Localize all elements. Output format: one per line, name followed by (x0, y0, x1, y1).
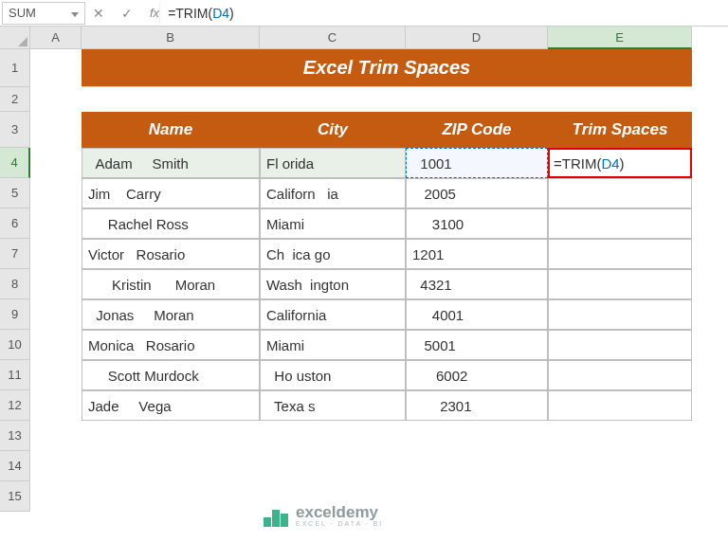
row-header-12[interactable]: 12 (0, 390, 30, 421)
cell-city-6[interactable]: Miami (260, 330, 406, 360)
column-header-E[interactable]: E (548, 27, 692, 49)
chart-icon (264, 504, 288, 527)
row-header-11[interactable]: 11 (0, 360, 30, 390)
row-header-13[interactable]: 13 (0, 421, 30, 451)
cell-name-4[interactable]: Kristin Moran (82, 269, 260, 299)
row-headers: 123456789101112131415 (0, 49, 30, 512)
cell-city-0[interactable]: Fl orida (260, 148, 406, 178)
cell-name-8[interactable]: Jade Vega (82, 390, 260, 421)
header-city[interactable]: City (260, 112, 406, 148)
select-all-corner[interactable] (0, 27, 30, 49)
row-header-5[interactable]: 5 (0, 178, 30, 208)
name-box[interactable]: SUM (2, 2, 85, 25)
formula-ref: D4 (212, 6, 229, 21)
cell-name-7[interactable]: Scott Murdock (82, 360, 260, 390)
row-header-14[interactable]: 14 (0, 451, 30, 481)
cell-zip-3[interactable]: 1201 (406, 239, 548, 269)
fx-icon[interactable]: fx (150, 6, 159, 20)
cell-trim-5[interactable] (548, 299, 692, 330)
cell-city-4[interactable]: Wash ington (260, 269, 406, 299)
header-zip[interactable]: ZIP Code (406, 112, 548, 148)
cell-zip-5[interactable]: 4001 (406, 299, 548, 330)
row-header-6[interactable]: 6 (0, 208, 30, 239)
column-header-B[interactable]: B (82, 27, 260, 49)
cell-city-2[interactable]: Miami (260, 208, 406, 239)
cell-city-7[interactable]: Ho uston (260, 360, 406, 390)
row-header-2[interactable]: 2 (0, 87, 30, 112)
cell-city-5[interactable]: California (260, 299, 406, 330)
formula-prefix: =TRIM( (168, 6, 212, 21)
grid-area: ABCDE 123456789101112131415 Excel Trim S… (0, 27, 728, 512)
cell-zip-7[interactable]: 6002 (406, 360, 548, 390)
cell-zip-6[interactable]: 5001 (406, 330, 548, 360)
cell-zip-1[interactable]: 2005 (406, 178, 548, 208)
logo-text: exceldemy (296, 504, 383, 520)
cell-city-8[interactable]: Texa s (260, 390, 406, 421)
cell-trim-6[interactable] (548, 330, 692, 360)
row-header-3[interactable]: 3 (0, 112, 30, 148)
cell-name-3[interactable]: Victor Rosario (82, 239, 260, 269)
column-header-A[interactable]: A (30, 27, 82, 49)
row-header-7[interactable]: 7 (0, 239, 30, 269)
name-box-value: SUM (9, 6, 36, 20)
enter-icon[interactable]: ✓ (121, 6, 133, 21)
formula-bar-controls: ✕ ✓ fx (93, 6, 159, 21)
watermark-logo: exceldemy EXCEL · DATA · BI (264, 504, 383, 527)
chevron-down-icon (71, 12, 79, 17)
cell-name-1[interactable]: Jim Carry (82, 178, 260, 208)
cell-trim-8[interactable] (548, 390, 692, 421)
cell-zip-0[interactable]: 1001 (406, 148, 548, 178)
header-trim[interactable]: Trim Spaces (548, 112, 692, 148)
cell-city-3[interactable]: Ch ica go (260, 239, 406, 269)
row-header-1[interactable]: 1 (0, 49, 30, 87)
formula-input[interactable]: =TRIM(D4) (159, 2, 728, 25)
title-cell[interactable]: Excel Trim Spaces (82, 49, 692, 87)
cell-trim-2[interactable] (548, 208, 692, 239)
column-header-C[interactable]: C (260, 27, 406, 49)
cell-name-6[interactable]: Monica Rosario (82, 330, 260, 360)
spreadsheet-cells[interactable]: Excel Trim SpacesNameCityZIP CodeTrim Sp… (30, 49, 692, 512)
row-header-9[interactable]: 9 (0, 299, 30, 330)
cell-zip-8[interactable]: 2301 (406, 390, 548, 421)
cell-trim-4[interactable] (548, 269, 692, 299)
column-header-D[interactable]: D (406, 27, 548, 49)
row-header-10[interactable]: 10 (0, 330, 30, 360)
cell-name-0[interactable]: Adam Smith (82, 148, 260, 178)
cell-trim-1[interactable] (548, 178, 692, 208)
cell-city-1[interactable]: Californ ia (260, 178, 406, 208)
row-header-4[interactable]: 4 (0, 148, 30, 178)
edit-cell[interactable]: =TRIM(D4) (548, 148, 692, 178)
cell-name-5[interactable]: Jonas Moran (82, 299, 260, 330)
column-headers: ABCDE (30, 27, 692, 49)
cancel-icon[interactable]: ✕ (93, 6, 104, 21)
row-header-8[interactable]: 8 (0, 269, 30, 299)
logo-subtext: EXCEL · DATA · BI (296, 520, 383, 527)
row-header-15[interactable]: 15 (0, 481, 30, 512)
formula-bar: SUM ✕ ✓ fx =TRIM(D4) (0, 0, 728, 27)
header-name[interactable]: Name (82, 112, 260, 148)
cell-trim-7[interactable] (548, 360, 692, 390)
cell-zip-4[interactable]: 4321 (406, 269, 548, 299)
cell-zip-2[interactable]: 3100 (406, 208, 548, 239)
cell-trim-3[interactable] (548, 239, 692, 269)
cell-name-2[interactable]: Rachel Ross (82, 208, 260, 239)
formula-suffix: ) (229, 6, 234, 21)
